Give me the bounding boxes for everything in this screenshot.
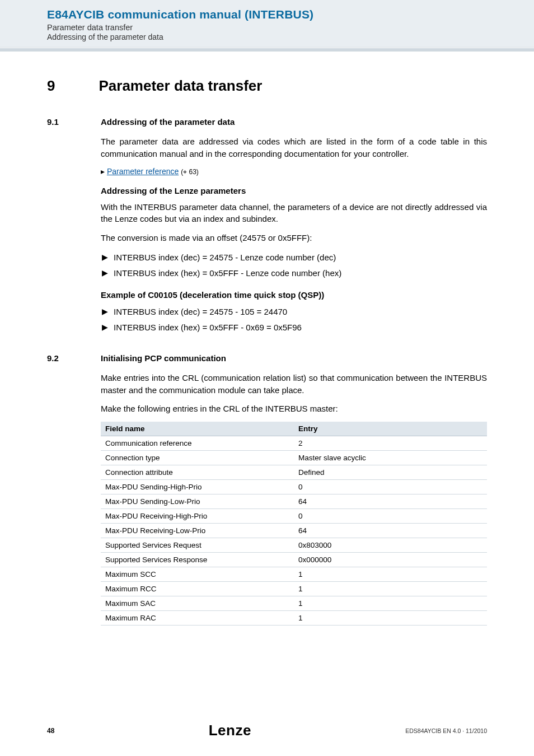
table-row: Maximum SCC1 xyxy=(101,567,487,582)
cross-reference[interactable]: ▸ Parameter reference (⌖ 63) xyxy=(101,167,487,176)
table-row: Max-PDU Sending-High-Prio0 xyxy=(101,480,487,494)
triangle-icon: ▸ xyxy=(101,167,107,176)
table-cell-entry: 1 xyxy=(294,611,487,626)
page-number: 48 xyxy=(47,727,54,735)
list-item: ▶ INTERBUS index (hex) = 0x5FFF - Lenze … xyxy=(102,267,487,280)
table-cell-field: Maximum RAC xyxy=(101,611,294,626)
table-row: Max-PDU Sending-Low-Prio64 xyxy=(101,494,487,509)
table-cell-entry: 0x803000 xyxy=(294,538,487,553)
table-cell-entry: 1 xyxy=(294,596,487,611)
table-cell-entry: 1 xyxy=(294,582,487,596)
list-item: ▶ INTERBUS index (dec) = 24575 - Lenze c… xyxy=(102,251,487,264)
table-cell-entry: 2 xyxy=(294,436,487,451)
subheading: Example of C00105 (deceleration time qui… xyxy=(101,290,487,300)
doc-title: E84AYCIB communication manual (INTERBUS) xyxy=(47,8,534,21)
table-cell-entry: Master slave acyclic xyxy=(294,451,487,465)
chapter-number: 9 xyxy=(47,77,55,95)
table-row: Connection typeMaster slave acyclic xyxy=(101,451,487,465)
page-header: E84AYCIB communication manual (INTERBUS)… xyxy=(0,0,534,48)
table-row: Supported Services Response0x000000 xyxy=(101,553,487,567)
breadcrumb-2: Addressing of the parameter data xyxy=(47,32,534,41)
table-cell-field: Supported Services Request xyxy=(101,538,294,553)
table-row: Communication reference2 xyxy=(101,436,487,451)
section-9-2-heading: 9.2 Initialising PCP communication xyxy=(47,353,487,363)
list-item: ▶ INTERBUS index (dec) = 24575 - 105 = 2… xyxy=(102,305,487,319)
table-cell-field: Max-PDU Sending-Low-Prio xyxy=(101,494,294,509)
table-cell-field: Maximum SCC xyxy=(101,567,294,582)
list-text: INTERBUS index (hex) = 0x5FFF - Lenze co… xyxy=(114,267,341,280)
xref-page: (⌖ 63) xyxy=(181,168,199,176)
list-text: INTERBUS index (dec) = 24575 - Lenze cod… xyxy=(114,251,336,264)
lenze-logo: Lenze xyxy=(209,722,251,739)
chapter-title: Parameter data transfer xyxy=(99,77,262,95)
paragraph: The conversion is made via an offset (24… xyxy=(101,232,487,244)
section-9-1-heading: 9.1 Addressing of the parameter data xyxy=(47,117,487,127)
table-cell-entry: 0 xyxy=(294,509,487,524)
list-text: INTERBUS index (hex) = 0x5FFF - 0x69 = 0… xyxy=(114,321,302,334)
paragraph: The parameter data are addressed via cod… xyxy=(101,136,487,160)
bullet-icon: ▶ xyxy=(102,305,108,319)
table-header-entry: Entry xyxy=(294,422,487,436)
chapter-heading: 9 Parameter data transfer xyxy=(47,77,487,95)
section-title: Addressing of the parameter data xyxy=(101,117,235,127)
table-row: Max-PDU Receiving-High-Prio0 xyxy=(101,509,487,524)
table-row: Maximum RCC1 xyxy=(101,582,487,596)
table-header-field: Field name xyxy=(101,422,294,436)
table-cell-field: Maximum RCC xyxy=(101,582,294,596)
bullet-icon: ▶ xyxy=(102,251,108,264)
table-cell-field: Max-PDU Receiving-High-Prio xyxy=(101,509,294,524)
table-row: Max-PDU Receiving-Low-Prio64 xyxy=(101,524,487,538)
breadcrumb-1: Parameter data transfer xyxy=(47,23,534,32)
table-cell-entry: 0 xyxy=(294,480,487,494)
page-footer: 48 Lenze EDS84AYCIB EN 4.0 · 11/2010 xyxy=(0,722,534,739)
document-reference: EDS84AYCIB EN 4.0 · 11/2010 xyxy=(405,727,487,734)
table-row: Connection attributeDefined xyxy=(101,465,487,480)
xref-link[interactable]: Parameter reference xyxy=(107,167,179,176)
table-cell-entry: 0x000000 xyxy=(294,553,487,567)
bullet-icon: ▶ xyxy=(102,267,108,280)
section-title: Initialising PCP communication xyxy=(101,353,226,363)
table-cell-field: Max-PDU Receiving-Low-Prio xyxy=(101,524,294,538)
bullet-icon: ▶ xyxy=(102,321,108,334)
table-cell-field: Connection type xyxy=(101,451,294,465)
table-cell-field: Supported Services Response xyxy=(101,553,294,567)
table-cell-field: Connection attribute xyxy=(101,465,294,480)
table-cell-field: Maximum SAC xyxy=(101,596,294,611)
paragraph: Make the following entries in the CRL of… xyxy=(101,403,487,415)
table-row: Maximum RAC1 xyxy=(101,611,487,626)
table-cell-field: Max-PDU Sending-High-Prio xyxy=(101,480,294,494)
section-number: 9.2 xyxy=(47,353,65,363)
table-cell-entry: 64 xyxy=(294,524,487,538)
paragraph: With the INTERBUS parameter data channel… xyxy=(101,201,487,226)
table-row: Supported Services Request0x803000 xyxy=(101,538,487,553)
table-cell-field: Communication reference xyxy=(101,436,294,451)
subheading: Addressing of the Lenze parameters xyxy=(101,186,487,195)
section-number: 9.1 xyxy=(47,117,65,127)
table-row: Maximum SAC1 xyxy=(101,596,487,611)
paragraph: Make entries into the CRL (communication… xyxy=(101,372,487,396)
table-cell-entry: 64 xyxy=(294,494,487,509)
list-item: ▶ INTERBUS index (hex) = 0x5FFF - 0x69 =… xyxy=(102,321,487,334)
crl-table: Field name Entry Communication reference… xyxy=(101,422,487,626)
table-cell-entry: Defined xyxy=(294,465,487,480)
table-cell-entry: 1 xyxy=(294,567,487,582)
list-text: INTERBUS index (dec) = 24575 - 105 = 244… xyxy=(114,305,287,319)
